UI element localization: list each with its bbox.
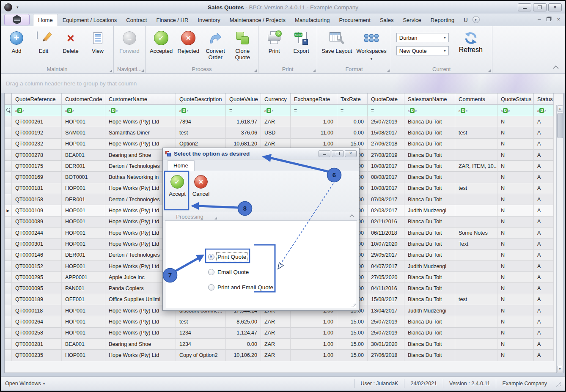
tab-contract[interactable]: Contract <box>121 15 151 26</box>
tab-reporting[interactable]: Reporting <box>426 15 459 26</box>
column-header-quotedescription[interactable]: QuoteDescription <box>176 93 226 105</box>
dialog-resize-grip-icon[interactable] <box>351 302 356 307</box>
close-button[interactable]: × <box>548 3 562 11</box>
delete-button[interactable]: ×Delete <box>58 29 84 55</box>
save-layout-button[interactable]: Save Layout <box>320 29 354 55</box>
open-windows-button[interactable]: Open Windows▾ <box>5 381 45 387</box>
tab-manufacturing[interactable]: Manufacturing <box>290 15 334 26</box>
view-button[interactable]: View <box>85 29 111 55</box>
column-header-salesmanname[interactable]: SalesmanName <box>404 93 455 105</box>
rejected-button[interactable]: ×Rejected <box>175 29 201 55</box>
column-header-quotevalue[interactable]: QuoteValue <box>226 93 261 105</box>
tab-scroll-icon[interactable]: ▸ <box>473 16 480 23</box>
row-indicator-cell <box>5 161 12 172</box>
dialog-launcher-icon[interactable] <box>254 69 257 72</box>
column-header-customername[interactable]: CustomerName <box>105 93 176 105</box>
application-button[interactable] <box>4 14 30 25</box>
radio-email-quote[interactable]: Email Quote <box>208 268 357 276</box>
tab-equipment-locations[interactable]: Equipment / Locations <box>58 15 122 26</box>
column-header-quotedate[interactable]: QuoteDate <box>368 93 404 105</box>
tab-inventory[interactable]: Inventory <box>193 15 225 26</box>
filter-cell-quotedate[interactable]: = <box>368 105 404 116</box>
dialog-launcher-icon[interactable] <box>214 217 217 219</box>
tab-home[interactable]: Home <box>33 14 58 26</box>
dialog-launcher-icon[interactable] <box>488 69 491 72</box>
quick-access-caret-icon[interactable]: ▾ <box>16 5 19 9</box>
dialog-launcher-icon[interactable] <box>141 69 144 72</box>
radio-print-and-email-quote[interactable]: Print and Email Quote <box>208 283 357 291</box>
accept-button[interactable]: ✓ Accept <box>165 173 189 212</box>
clone-quote-button[interactable]: Clone Quote <box>229 29 256 62</box>
quote-row-QT0000235[interactable]: QT0000235HOP001Hope Works (Pty) LtdCopy … <box>5 350 563 361</box>
filter-cell-customercode[interactable]: aBc <box>62 105 105 116</box>
scrollbar-thumb[interactable] <box>557 113 563 138</box>
column-header-comments[interactable]: Comments <box>455 93 497 105</box>
print-button[interactable]: ?Print <box>261 29 287 55</box>
add-button[interactable]: +Add <box>3 29 30 55</box>
refresh-button[interactable]: Refresh <box>455 29 487 54</box>
filter-cell-exchangerate[interactable]: = <box>291 105 337 116</box>
filter-cell-quotereference[interactable]: aBc <box>12 105 62 116</box>
cell-customercode: HOP001 <box>62 328 105 339</box>
skin-decoration <box>387 74 565 93</box>
column-header-taxrate[interactable]: TaxRate <box>337 93 368 105</box>
accepted-button[interactable]: ✓Accepted <box>148 29 174 55</box>
filter-cell-comments[interactable]: aBc <box>455 105 497 116</box>
group-by-panel[interactable]: Drag a column header here to group by th… <box>1 74 565 93</box>
filter-cell-taxrate[interactable]: = <box>337 105 368 116</box>
column-header-exchangerate[interactable]: ExchangeRate <box>291 93 337 105</box>
export-button[interactable]: XLSXExport <box>288 29 314 55</box>
workspaces-button[interactable]: Workspaces▾ <box>354 29 388 62</box>
quote-row-QT0000281[interactable]: QT0000281BEA001Bearing and Shoe12340.00Z… <box>5 339 563 350</box>
mdi-restore-icon[interactable] <box>547 16 551 22</box>
dialog-titlebar: Select the option as desired × <box>163 148 359 159</box>
collapse-ribbon-icon[interactable] <box>552 63 559 71</box>
quote-row-QT0000258[interactable]: QT0000258HOP001Hope Works (Pty) Ltd12341… <box>5 328 563 339</box>
quote-row-QT0000261[interactable]: QT0000261HOP001Hope Works (Pty) Ltd78941… <box>5 116 563 127</box>
dialog-maximize-button[interactable] <box>332 150 343 157</box>
edit-button[interactable]: Edit <box>30 29 57 55</box>
column-header-quotestatus[interactable]: QuoteStatus <box>497 93 534 105</box>
dialog-launcher-icon[interactable] <box>313 69 316 72</box>
tab-procurement[interactable]: Procurement <box>334 15 375 26</box>
tab-maintenance-projects[interactable]: Maintenance / Projects <box>225 15 290 26</box>
tab-finance-hr[interactable]: Finance / HR <box>151 15 193 26</box>
column-header-customercode[interactable]: CustomerCode <box>62 93 105 105</box>
quote-row-QT0000192[interactable]: QT0000192SAM001Samanthas Dinertest376.06… <box>5 127 563 138</box>
column-header-quotereference[interactable]: QuoteReference <box>12 93 62 105</box>
dialog-tab-home[interactable]: Home <box>167 160 195 171</box>
branch-combo[interactable]: Durban▾ <box>396 33 449 42</box>
scroll-down-icon[interactable]: ▼ <box>557 366 563 372</box>
radio-print-quote[interactable]: Print Quote <box>208 253 357 260</box>
filter-cell-quotevalue[interactable]: = <box>226 105 261 116</box>
mdi-minimize-icon[interactable]: – <box>538 16 541 22</box>
dialog-minimize-button[interactable] <box>319 150 330 157</box>
mdi-close-icon[interactable]: × <box>557 16 560 22</box>
quote-type-combo[interactable]: New Quote▾ <box>396 46 449 55</box>
maximize-button[interactable] <box>533 3 547 11</box>
filter-cell-currency[interactable]: aBc <box>261 105 291 116</box>
column-header-status[interactable]: Status <box>534 93 554 105</box>
minimize-button[interactable] <box>518 3 531 11</box>
quote-row-QT0000264[interactable]: QT0000264HOP001Hope Works (Pty) Ltdtest8… <box>5 316 563 327</box>
dialog-collapse-ribbon-icon[interactable] <box>349 211 355 219</box>
filter-cell-quotedescription[interactable]: aBc <box>176 105 226 116</box>
tab-u[interactable]: U <box>459 15 472 26</box>
cell-customercode: HOP001 <box>62 205 105 216</box>
filter-cell-salesmanname[interactable]: aBc <box>404 105 455 116</box>
resize-grip-icon[interactable] <box>555 381 561 387</box>
vertical-scrollbar[interactable]: ▲ ▼ <box>556 105 563 373</box>
forward-button[interactable]: →Forward <box>116 29 143 55</box>
filter-cell-quotestatus[interactable]: aBc <box>497 105 534 116</box>
filter-cell-customername[interactable]: aBc <box>105 105 176 116</box>
tab-sales[interactable]: Sales <box>375 15 398 26</box>
dialog-close-button[interactable]: × <box>345 150 357 157</box>
tab-service[interactable]: Service <box>398 15 426 26</box>
convert-order-button[interactable]: Convert Order <box>202 29 228 62</box>
dialog-launcher-icon[interactable] <box>387 69 390 72</box>
cancel-button[interactable]: × Cancel <box>189 173 213 212</box>
filter-cell-status[interactable]: aBc <box>534 105 554 116</box>
dialog-launcher-icon[interactable] <box>110 69 112 72</box>
column-header-currency[interactable]: Currency <box>261 93 291 105</box>
scroll-up-icon[interactable]: ▲ <box>557 105 563 112</box>
